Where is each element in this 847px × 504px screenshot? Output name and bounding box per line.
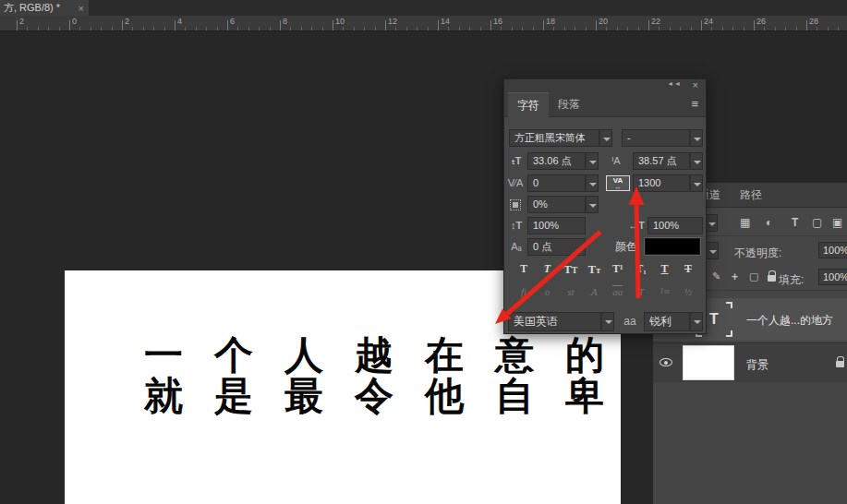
all-caps-button[interactable]: TT: [561, 262, 581, 277]
ruler-tick: [543, 20, 544, 30]
type-style-buttons: T T TT Tᴛ T¹ T₁ T T: [514, 262, 698, 277]
opentype-buttons: fi o st A aa T 1st ½: [514, 286, 698, 297]
background-layer-thumbnail[interactable]: [683, 345, 734, 380]
underline-button[interactable]: T: [655, 262, 675, 277]
chevron-down-icon[interactable]: [599, 129, 612, 147]
ruler-tick: [701, 20, 702, 30]
canvas-char: 就: [144, 376, 183, 416]
ruler-tick: [122, 20, 123, 30]
tab-paths[interactable]: 路径: [740, 183, 762, 208]
horizontal-scale-field[interactable]: 100%: [647, 217, 703, 234]
baseline-shift-icon: Aₐ: [506, 238, 526, 256]
vertical-scale-field[interactable]: 100%: [527, 217, 586, 234]
font-size-icon: ₜT: [507, 152, 526, 170]
discretionary-ligatures-button[interactable]: st: [561, 286, 581, 297]
tsume-field[interactable]: 0%: [527, 196, 586, 213]
character-panel-tabbar: 字符 段落 ≡: [504, 92, 706, 117]
layer-name[interactable]: 一个人越...的地方: [746, 313, 833, 329]
titling-alternates-button[interactable]: T: [631, 286, 651, 297]
canvas-char: 人: [284, 335, 323, 376]
chevron-down-icon[interactable]: [690, 129, 703, 147]
subscript-button[interactable]: T₁: [631, 262, 651, 277]
ruler-label: 6: [230, 17, 235, 26]
faux-italic-button[interactable]: T: [537, 262, 557, 277]
visibility-eye-icon[interactable]: [659, 358, 672, 366]
close-icon[interactable]: ×: [693, 79, 698, 90]
ordinals-button[interactable]: 1st: [655, 286, 675, 297]
chevron-down-icon[interactable]: [586, 152, 599, 170]
canvas-char: 的: [565, 335, 604, 376]
collapse-panel-icon[interactable]: ◄◄: [667, 80, 682, 87]
canvas-char: 一: [144, 335, 183, 376]
lock-artboard-icon[interactable]: ▢: [749, 270, 758, 282]
baseline-shift-field[interactable]: 0 点: [527, 238, 586, 256]
panel-menu-icon[interactable]: ≡: [691, 97, 698, 111]
text-color-swatch[interactable]: [645, 238, 700, 255]
chevron-down-icon[interactable]: [690, 312, 703, 331]
ruler-tick: [69, 20, 70, 30]
anti-alias-field[interactable]: 锐利: [644, 312, 690, 331]
filter-type-layers-icon[interactable]: T: [792, 216, 798, 229]
chevron-down-icon[interactable]: [706, 242, 719, 259]
text-thumbnail-glyph: T: [709, 311, 719, 327]
stylistic-alternates-button[interactable]: aa: [608, 286, 628, 297]
ligatures-button[interactable]: fi: [514, 286, 534, 297]
photoshop-window: { "window": { "tab_title": "方, RGB/8) *"…: [0, 0, 847, 504]
lock-all-icon[interactable]: [768, 275, 776, 282]
tab-paragraph[interactable]: 段落: [549, 92, 589, 117]
layer-row-background[interactable]: 背景: [653, 342, 847, 382]
small-caps-button[interactable]: Tᴛ: [584, 262, 604, 277]
strikethrough-button[interactable]: T: [678, 262, 698, 277]
chevron-down-icon[interactable]: [601, 312, 614, 331]
canvas-char: 是: [214, 376, 253, 416]
chevron-down-icon[interactable]: [690, 174, 703, 192]
character-panel-header: ◄◄ ×: [504, 79, 706, 92]
leading-icon: ᴵA: [603, 152, 629, 170]
ruler-tick: [17, 20, 18, 30]
fill-value[interactable]: 100%: [818, 269, 847, 285]
lock-image-pixels-icon[interactable]: ✎: [712, 270, 720, 282]
ruler-label: 16: [493, 17, 502, 26]
font-size-field[interactable]: 33.06 点: [527, 152, 586, 170]
ruler-tick: [438, 20, 439, 30]
leading-field[interactable]: 38.57 点: [633, 152, 690, 170]
filter-shape-layers-icon[interactable]: ▢: [812, 216, 822, 229]
chevron-down-icon[interactable]: [705, 214, 718, 232]
chevron-down-icon[interactable]: [690, 152, 703, 170]
selection-corner: [726, 302, 732, 308]
layer-name[interactable]: 背景: [746, 357, 768, 373]
ruler-tick: [175, 20, 175, 30]
close-icon[interactable]: ×: [79, 1, 84, 17]
document-tab[interactable]: 方, RGB/8) * ×: [0, 0, 89, 16]
lock-position-icon[interactable]: +: [732, 270, 738, 283]
canvas-char: 最: [284, 376, 323, 416]
layer-lock-icon: [836, 361, 844, 367]
filter-smart-object-icon[interactable]: ▣: [832, 216, 842, 229]
ruler-tick: [754, 20, 755, 30]
kerning-field[interactable]: 0: [527, 174, 586, 192]
ruler-label: 20: [599, 17, 608, 26]
tab-character[interactable]: 字符: [508, 92, 549, 117]
font-style-field[interactable]: -: [622, 129, 690, 147]
filter-pixel-layers-icon[interactable]: ▦: [740, 216, 750, 229]
faux-bold-button[interactable]: T: [514, 262, 534, 277]
chevron-down-icon[interactable]: [586, 174, 599, 192]
ruler-label: 10: [335, 17, 345, 26]
canvas-char: 个: [214, 335, 253, 376]
superscript-button[interactable]: T¹: [608, 262, 628, 277]
chevron-down-icon[interactable]: [586, 196, 599, 213]
filter-adjustment-layers-icon[interactable]: ◐: [766, 216, 772, 229]
contextual-alternates-button[interactable]: o: [537, 286, 557, 297]
canvas-char: 自: [495, 376, 534, 416]
ruler-tick: [333, 20, 333, 30]
ruler-label: 18: [546, 17, 555, 26]
opacity-value[interactable]: 100%: [818, 242, 847, 258]
fractions-button[interactable]: ½: [678, 286, 698, 297]
ruler-label: 2: [19, 17, 24, 26]
document-tab-title: 方, RGB/8) *: [4, 2, 60, 13]
swash-button[interactable]: A: [584, 286, 604, 297]
language-field[interactable]: 美国英语: [508, 312, 601, 331]
tracking-field[interactable]: 1300: [633, 174, 690, 192]
font-family-field[interactable]: 方正粗黑宋简体: [509, 129, 599, 147]
canvas-text-line-1: 一 个 人 越 在 意 的: [144, 335, 604, 376]
